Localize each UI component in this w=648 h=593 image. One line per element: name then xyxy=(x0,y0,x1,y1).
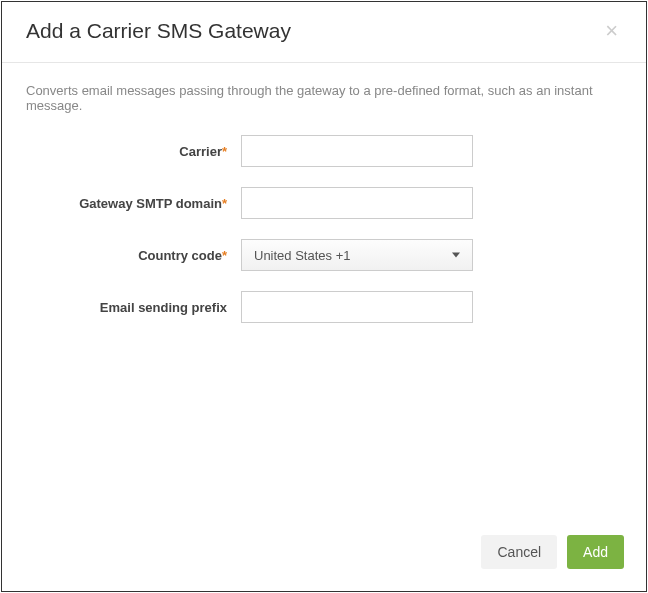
email-prefix-row: Email sending prefix xyxy=(26,291,622,323)
close-icon[interactable]: × xyxy=(601,18,622,44)
dialog-body: Converts email messages passing through … xyxy=(2,63,646,521)
add-button[interactable]: Add xyxy=(567,535,624,569)
country-code-row: Country code* United States +1 xyxy=(26,239,622,271)
dialog-footer: Cancel Add xyxy=(2,521,646,591)
cancel-button[interactable]: Cancel xyxy=(481,535,557,569)
required-marker: * xyxy=(222,248,227,263)
carrier-row: Carrier* xyxy=(26,135,622,167)
carrier-input[interactable] xyxy=(241,135,473,167)
smtp-domain-label: Gateway SMTP domain* xyxy=(26,196,241,211)
carrier-label: Carrier* xyxy=(26,144,241,159)
required-marker: * xyxy=(222,144,227,159)
country-code-label: Country code* xyxy=(26,248,241,263)
smtp-domain-row: Gateway SMTP domain* xyxy=(26,187,622,219)
carrier-sms-gateway-dialog: Add a Carrier SMS Gateway × Converts ema… xyxy=(1,1,647,592)
chevron-down-icon xyxy=(452,253,460,258)
country-code-select[interactable]: United States +1 xyxy=(241,239,473,271)
email-prefix-input[interactable] xyxy=(241,291,473,323)
dialog-description: Converts email messages passing through … xyxy=(26,83,622,113)
dialog-title: Add a Carrier SMS Gateway xyxy=(26,19,291,43)
required-marker: * xyxy=(222,196,227,211)
email-prefix-label: Email sending prefix xyxy=(26,300,241,315)
smtp-domain-input[interactable] xyxy=(241,187,473,219)
dialog-header: Add a Carrier SMS Gateway × xyxy=(2,2,646,63)
country-code-selected: United States +1 xyxy=(254,248,350,263)
